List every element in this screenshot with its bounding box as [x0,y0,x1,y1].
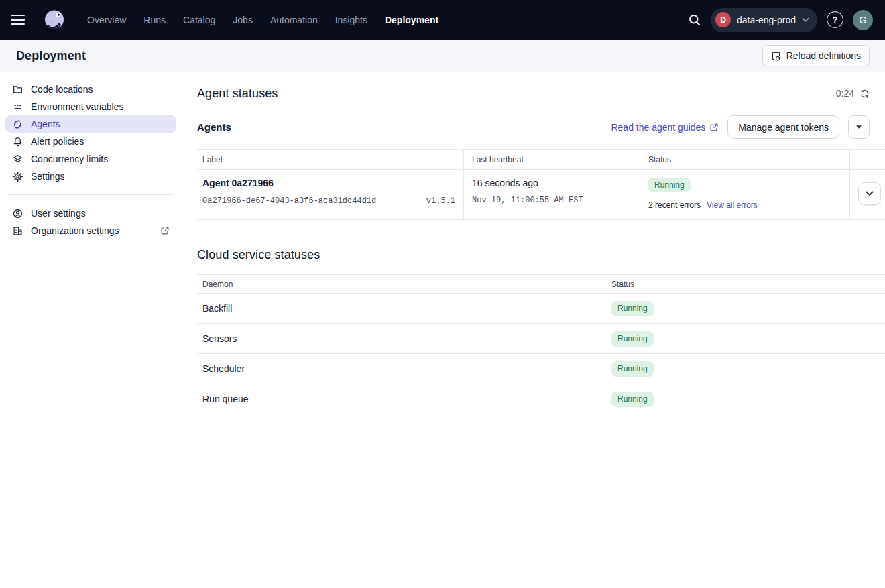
chevron-down-icon [866,191,874,196]
deployment-initial-badge: D [715,12,731,27]
daemon-name: Run queue [197,384,603,414]
column-header-status: Status [603,275,885,293]
column-header-status: Status [640,150,850,169]
sidebar-item-user-settings[interactable]: User settings [5,204,176,222]
daemon-row-scheduler: Scheduler Running [197,354,885,384]
daemon-name: Scheduler [197,354,603,384]
building-icon [12,225,23,236]
sidebar-divider [8,194,174,195]
agent-icon [12,119,23,129]
agents-table-header: Label Last heartbeat Status [197,150,885,170]
nav-deployment[interactable]: Deployment [385,15,438,25]
agent-statuses-title: Agent statuses [197,86,278,101]
deployment-sidebar: Code locations Environment variables Age… [0,72,182,588]
agent-row-expand-button[interactable] [858,182,881,205]
bell-icon [12,136,23,147]
manage-agent-tokens-label: Manage agent tokens [738,122,829,133]
column-header-label: Label [197,150,464,169]
topbar-right-controls: D data-eng-prod G [688,8,873,32]
agent-table-row: Agent 0a271966 0a271966-de67-4043-a3f6-a… [197,170,885,220]
sidebar-item-label: Organization settings [31,225,119,236]
page-header: Deployment Reload definitions [0,40,885,72]
deployment-switcher[interactable]: D data-eng-prod [711,8,817,32]
menu-icon[interactable] [11,10,31,30]
sidebar-item-environment-variables[interactable]: Environment variables [5,98,176,115]
heartbeat-timestamp: Nov 19, 11:00:55 AM EST [472,196,632,205]
reload-definitions-label: Reload definitions [786,50,861,61]
user-avatar[interactable]: G [853,10,873,30]
daemon-name: Backfill [197,294,603,323]
sidebar-item-label: User settings [31,208,86,219]
main-content: Agent statuses 0:24 Agents Read the agen… [182,72,885,588]
caret-down-icon [856,125,862,129]
refresh-countdown: 0:24 [836,88,870,99]
daemon-status-badge: Running [611,361,654,376]
external-link-icon [709,123,719,132]
sidebar-item-alert-policies[interactable]: Alert policies [5,133,176,150]
octopus-logo-icon [42,8,66,32]
agents-section-heading: Agents [197,121,231,133]
search-icon[interactable] [688,13,701,27]
daemon-status-badge: Running [611,331,654,346]
agent-guides-link-label: Read the agent guides [611,122,705,133]
agent-guides-link[interactable]: Read the agent guides [611,122,719,133]
daemon-name: Sensors [197,324,603,353]
daemon-row-backfill: Backfill Running [197,294,885,324]
user-circle-icon [12,208,23,219]
cloud-service-statuses-title: Cloud service statuses [197,248,885,262]
nav-catalog[interactable]: Catalog [183,15,215,25]
reload-definitions-button[interactable]: Reload definitions [762,45,870,66]
sidebar-item-label: Environment variables [31,101,124,112]
nav-insights[interactable]: Insights [335,15,367,25]
sidebar-item-label: Settings [31,171,65,182]
nav-runs[interactable]: Runs [143,15,166,25]
sidebar-item-organization-settings[interactable]: Organization settings [5,222,176,239]
nav-jobs[interactable]: Jobs [233,15,253,25]
sidebar-item-concurrency-limits[interactable]: Concurrency limits [5,150,176,168]
recent-errors-count: 2 recent errors [648,200,701,210]
agent-version: v1.5.1 [426,196,455,206]
agents-table: Label Last heartbeat Status Agent 0a2719… [197,149,885,220]
daemon-row-sensors: Sensors Running [197,324,885,354]
top-navigation-bar: Overview Runs Catalog Jobs Automation In… [0,0,885,40]
sidebar-item-agents[interactable]: Agents [5,115,176,133]
sidebar-item-code-locations[interactable]: Code locations [5,80,176,98]
sidebar-item-label: Alert policies [31,136,84,147]
view-all-errors-link[interactable]: View all errors [707,200,758,210]
deployment-name: data-eng-prod [737,15,796,25]
agent-actions-dropdown-button[interactable] [848,115,870,139]
variables-icon [12,101,23,112]
gear-icon [12,171,23,182]
sidebar-item-settings[interactable]: Settings [5,168,176,185]
folder-icon [12,84,23,95]
nav-overview[interactable]: Overview [87,15,126,25]
dagster-logo[interactable] [42,7,67,33]
reload-icon [771,51,781,61]
sidebar-item-label: Code locations [31,84,93,95]
daemon-status-badge: Running [611,392,654,406]
agent-status-badge: Running [648,178,691,192]
external-link-icon [160,226,170,235]
chevron-down-icon [802,17,809,23]
layers-icon [12,154,23,164]
help-icon[interactable] [827,11,843,28]
sidebar-item-label: Agents [31,119,60,129]
nav-automation[interactable]: Automation [270,15,318,25]
column-header-daemon: Daemon [197,275,603,293]
agent-id: 0a271966-de67-4043-a3f6-aca31dc44d1d [202,196,376,206]
daemon-row-run-queue: Run queue Running [197,384,885,414]
daemon-status-badge: Running [611,301,654,316]
manage-agent-tokens-button[interactable]: Manage agent tokens [727,115,839,139]
cloud-table-header: Daemon Status [197,275,885,294]
primary-nav: Overview Runs Catalog Jobs Automation In… [87,15,438,25]
agent-label: Agent 0a271966 [202,178,455,188]
heartbeat-relative-time: 16 seconds ago [472,178,632,188]
sidebar-item-label: Concurrency limits [31,154,108,164]
page-title: Deployment [16,49,86,63]
cloud-services-table: Daemon Status Backfill Running Sensors R… [197,274,885,414]
refresh-countdown-value: 0:24 [836,88,854,99]
refresh-icon[interactable] [860,89,870,99]
column-header-last-heartbeat: Last heartbeat [464,150,640,169]
